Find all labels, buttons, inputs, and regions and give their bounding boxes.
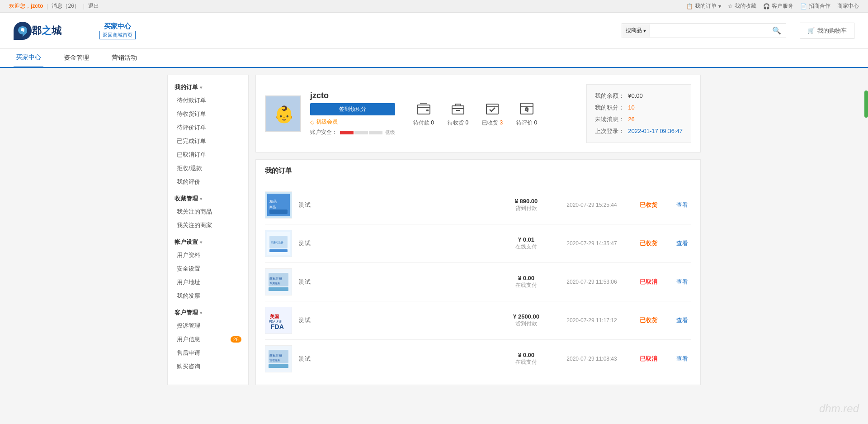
sidebar-collection-section[interactable]: 收藏管理 ▾ bbox=[168, 191, 248, 205]
svg-rect-18 bbox=[269, 287, 288, 291]
search-icon: 🔍 bbox=[772, 27, 781, 34]
nav-item-marketing[interactable]: 营销活动 bbox=[109, 48, 139, 67]
sidebar-item-followed-shops[interactable]: 我关注的商家 bbox=[168, 219, 248, 232]
search-input[interactable] bbox=[650, 24, 768, 37]
header: 郡之城 买家中心 返回商城首页 搜商品 ▾ 🔍 🛒 我的购物车 bbox=[0, 13, 868, 49]
svg-rect-27 bbox=[269, 364, 288, 368]
merchant-icon: 📄 bbox=[800, 3, 807, 10]
sidebar-item-user-info[interactable]: 用户信息 26 bbox=[168, 333, 248, 346]
logo[interactable]: 郡之城 bbox=[14, 19, 68, 42]
order-name-3: 测试 bbox=[299, 316, 492, 324]
order-name-4: 测试 bbox=[299, 355, 492, 363]
sidebar-item-user-profile[interactable]: 用户资料 bbox=[168, 248, 248, 262]
sidebar-item-followed-products[interactable]: 我关注的商品 bbox=[168, 205, 248, 219]
nav-item-buyer-center[interactable]: 买家中心 bbox=[14, 48, 43, 67]
security-level-bar bbox=[340, 131, 382, 134]
top-bar: 欢迎您，jzcto | 消息（26） | 退出 📋 我的订单 ▾ ☆ 我的收藏 … bbox=[0, 0, 868, 13]
main-nav: 买家中心 资金管理 营销活动 bbox=[0, 49, 868, 68]
order-action-2[interactable]: 查看 bbox=[673, 278, 691, 286]
order-price-3: ¥ 2500.00 货到付款 bbox=[499, 313, 553, 328]
sidebar-item-refund[interactable]: 拒收/退款 bbox=[168, 162, 248, 175]
svg-rect-9 bbox=[269, 210, 288, 214]
security-text: 低级 bbox=[385, 129, 395, 136]
sidebar-item-invoice[interactable]: 我的发票 bbox=[168, 289, 248, 303]
order-action-3[interactable]: 查看 bbox=[673, 316, 691, 324]
sidebar-item-address[interactable]: 用户地址 bbox=[168, 276, 248, 289]
svg-text:精品: 精品 bbox=[269, 200, 277, 204]
stat-pending-review-label: 待评价 0 bbox=[516, 119, 537, 127]
sidebar-item-complaints[interactable]: 投诉管理 bbox=[168, 319, 248, 333]
order-time-2: 2020-07-29 11:53:06 bbox=[560, 279, 623, 285]
customer-service-link[interactable]: 🎧 客户服务 bbox=[763, 2, 793, 10]
order-item-1: 商标注册 测试 ¥ 0.01 在线支付 2020-07-29 14:35:47 … bbox=[265, 224, 691, 263]
sidebar-item-cancelled[interactable]: 已取消订单 bbox=[168, 148, 248, 162]
balance-row: 我的余额： ¥0.00 bbox=[595, 90, 683, 102]
stat-pending-payment: 待付款 0 bbox=[413, 101, 434, 127]
order-thumb-0: 精品 商品 bbox=[265, 191, 292, 219]
svg-rect-4 bbox=[520, 103, 533, 114]
order-status-3: 已收货 bbox=[630, 316, 666, 324]
stat-received-label: 已收货 3 bbox=[482, 119, 503, 127]
svg-text:管理服务: 管理服务 bbox=[269, 359, 280, 362]
order-action-4[interactable]: 查看 bbox=[673, 355, 691, 363]
avatar: 👶 bbox=[265, 95, 301, 132]
search-button[interactable]: 🔍 bbox=[768, 24, 786, 38]
scrollbar-thumb[interactable] bbox=[864, 91, 868, 118]
search-area: 搜商品 ▾ 🔍 bbox=[622, 23, 786, 38]
sign-in-btn[interactable]: 签到领积分 bbox=[310, 103, 395, 115]
svg-rect-13 bbox=[269, 249, 288, 252]
profile-info: jzcto 签到领积分 ◇ 初级会员 账户安全： 低级 bbox=[310, 91, 395, 136]
sidebar: 我的订单 ▾ 待付款订单 待收货订单 待评价订单 已完成订单 已取消订单 拒收/… bbox=[167, 75, 249, 385]
security-seg-1 bbox=[340, 131, 354, 134]
chevron-down-icon: ▾ bbox=[200, 196, 202, 201]
chevron-down-icon: ▾ bbox=[200, 240, 202, 245]
svg-text:商标注册: 商标注册 bbox=[269, 277, 282, 280]
order-time-4: 2020-07-29 11:08:43 bbox=[560, 356, 623, 362]
sidebar-item-pending-receive[interactable]: 待收货订单 bbox=[168, 107, 248, 121]
cart-button[interactable]: 🛒 我的购物车 bbox=[800, 23, 854, 39]
star-icon bbox=[517, 101, 537, 117]
order-thumb-img-4: 商标注册 管理服务 bbox=[267, 348, 290, 370]
sidebar-item-completed[interactable]: 已完成订单 bbox=[168, 134, 248, 148]
chevron-down-icon: ▾ bbox=[200, 310, 202, 315]
sidebar-item-after-sale[interactable]: 售后申请 bbox=[168, 346, 248, 360]
sidebar-item-my-review[interactable]: 我的评价 bbox=[168, 175, 248, 189]
profile-card: 👶 jzcto 签到领积分 ◇ 初级会员 账户安全： 低级 bbox=[255, 75, 701, 152]
order-status-2: 已取消 bbox=[630, 278, 666, 286]
nav-item-funds[interactable]: 资金管理 bbox=[61, 48, 91, 67]
svg-text:美国: 美国 bbox=[269, 314, 279, 319]
svg-rect-1 bbox=[426, 110, 429, 111]
order-thumb-3: 美国 FDA认证 FDA bbox=[265, 307, 292, 334]
sidebar-orders-section[interactable]: 我的订单 ▾ bbox=[168, 80, 248, 94]
main-content: 👶 jzcto 签到领积分 ◇ 初级会员 账户安全： 低级 bbox=[255, 75, 701, 385]
sidebar-item-purchase-inquiry[interactable]: 购买咨询 bbox=[168, 360, 248, 373]
logo-area: 郡之城 bbox=[14, 19, 68, 42]
content-wrapper: 我的订单 ▾ 待付款订单 待收货订单 待评价订单 已完成订单 已取消订单 拒收/… bbox=[163, 75, 705, 385]
my-orders-link[interactable]: 📋 我的订单 ▾ bbox=[686, 2, 721, 10]
order-status-4: 已取消 bbox=[630, 355, 666, 363]
order-action-1[interactable]: 查看 bbox=[673, 239, 691, 248]
wallet-icon bbox=[414, 101, 434, 117]
order-status-0: 已收货 bbox=[630, 201, 666, 209]
invite-merchant-link[interactable]: 📄 招商合作 bbox=[800, 2, 830, 10]
stat-pending-payment-label: 待付款 0 bbox=[413, 119, 434, 127]
sidebar-item-pending-payment[interactable]: 待付款订单 bbox=[168, 94, 248, 107]
order-thumb-img-2: 商标注册 专属服务 bbox=[267, 271, 290, 293]
box-icon bbox=[448, 101, 468, 117]
sidebar-customer-section[interactable]: 客户管理 ▾ bbox=[168, 305, 248, 319]
message-link[interactable]: 消息（26） bbox=[52, 2, 79, 10]
back-to-store-btn[interactable]: 返回商城首页 bbox=[99, 31, 136, 39]
logout-link[interactable]: 退出 bbox=[88, 2, 99, 10]
sidebar-item-security-settings[interactable]: 安全设置 bbox=[168, 262, 248, 276]
stat-pending-review: 待评价 0 bbox=[516, 101, 537, 127]
my-favorites-link[interactable]: ☆ 我的收藏 bbox=[728, 2, 756, 10]
sidebar-account-section[interactable]: 帐户设置 ▾ bbox=[168, 234, 248, 248]
order-thumb-2: 商标注册 专属服务 bbox=[265, 268, 292, 295]
order-time-0: 2020-07-29 15:25:44 bbox=[560, 202, 623, 208]
order-stats: 待付款 0 待收货 0 bbox=[413, 101, 537, 127]
member-icon: ◇ bbox=[310, 119, 314, 125]
merchant-center-link[interactable]: 商家中心 bbox=[837, 2, 859, 10]
order-action-0[interactable]: 查看 bbox=[673, 201, 691, 209]
sidebar-item-pending-review[interactable]: 待评价订单 bbox=[168, 121, 248, 134]
search-dropdown[interactable]: 搜商品 ▾ bbox=[622, 24, 650, 37]
